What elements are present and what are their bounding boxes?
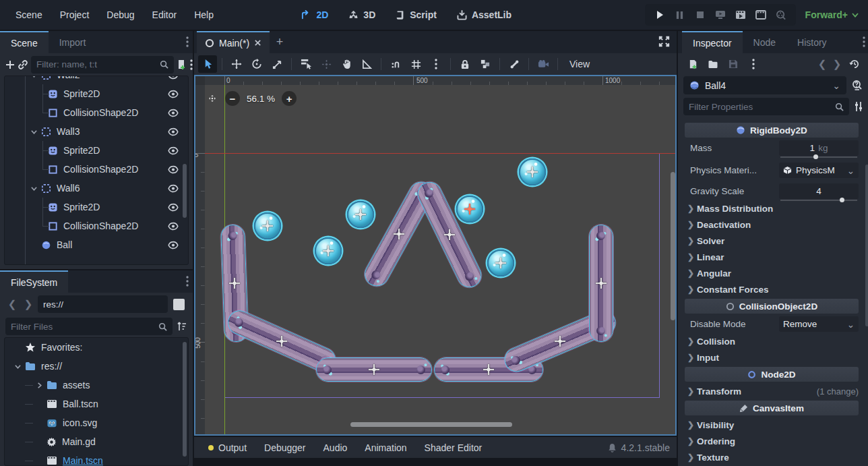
canvas-vscrollbar[interactable] (671, 172, 675, 320)
tree-row-wall3[interactable]: Wall3 (5, 122, 188, 141)
group-input[interactable]: ❯Input (685, 349, 859, 366)
group-ordering[interactable]: ❯Ordering (685, 433, 859, 449)
lock-button[interactable] (456, 55, 474, 73)
node-selector[interactable]: Ball4 ⌄ (683, 76, 846, 94)
pivot-tool-button[interactable] (317, 55, 336, 73)
play-custom-scene-button[interactable] (751, 6, 770, 24)
fs-row-main-gd[interactable]: Main.gd (5, 432, 188, 451)
tree-row-sprite2d[interactable]: Sprite2D (5, 84, 188, 103)
save-button[interactable] (724, 55, 743, 73)
scene-tree-menu-icon[interactable] (190, 56, 193, 74)
visibility-eye-icon[interactable] (168, 76, 179, 80)
load-resource-button[interactable] (704, 55, 722, 73)
tree-row-wall6[interactable]: Wall6 (5, 179, 188, 198)
collapse-arrow-icon[interactable] (30, 128, 37, 135)
tab-history[interactable]: History (786, 31, 838, 53)
tab-audio[interactable]: Audio (316, 437, 355, 458)
menu-editor[interactable]: Editor (144, 7, 186, 23)
notification-bell-icon[interactable] (608, 443, 617, 453)
tab-script[interactable]: Script (388, 6, 445, 24)
expand-arrow-icon[interactable] (36, 382, 42, 388)
visibility-eye-icon[interactable] (168, 127, 179, 136)
group-visibility[interactable]: ❯Visibility (685, 417, 859, 433)
fs-row-favorites[interactable]: Favorites: (5, 338, 188, 357)
skeleton-bone-button[interactable] (505, 55, 524, 73)
group-collision[interactable]: ❯Collision (685, 333, 859, 349)
visibility-eye-icon[interactable] (168, 165, 179, 174)
collapse-arrow-icon[interactable] (14, 363, 21, 370)
tree-row-wall-partial[interactable]: Wall2 (5, 76, 188, 84)
tab-animation[interactable]: Animation (357, 437, 414, 458)
tab-2d[interactable]: 2D (293, 6, 336, 24)
scale-tool-button[interactable] (268, 55, 286, 73)
gravity-scale-value-field[interactable]: 4 (779, 183, 859, 199)
position-gizmo-icon[interactable] (228, 277, 241, 289)
visibility-eye-icon[interactable] (168, 241, 179, 250)
position-gizmo-icon[interactable] (443, 229, 456, 241)
visibility-eye-icon[interactable] (168, 109, 179, 117)
rotate-tool-button[interactable] (247, 55, 266, 73)
tab-node[interactable]: Node (743, 31, 786, 53)
position-gizmo-icon[interactable] (526, 166, 538, 178)
stop-button[interactable] (691, 6, 710, 24)
tab-inspector[interactable]: Inspector (682, 31, 743, 53)
list-select-tool-button[interactable] (297, 55, 315, 73)
play-button[interactable] (650, 6, 669, 24)
move-tool-button[interactable] (227, 55, 246, 73)
menu-debug[interactable]: Debug (98, 7, 143, 23)
sort-icon[interactable] (177, 321, 187, 332)
tree-row-sprite2d[interactable]: Sprite2D (5, 198, 188, 216)
group-solver[interactable]: ❯Solver (685, 233, 859, 249)
tab-scene-dock[interactable]: Scene (0, 31, 49, 53)
position-gizmo-icon[interactable] (261, 220, 274, 232)
mass-value-field[interactable]: 1 kg (779, 140, 859, 156)
group-mass-distribution[interactable]: ❯Mass Distribution (685, 200, 859, 216)
camera-override-button[interactable] (534, 55, 553, 73)
instance-scene-button[interactable] (18, 56, 28, 74)
property-tools-icon[interactable] (853, 101, 864, 112)
position-gizmo-icon[interactable] (495, 257, 507, 269)
grid-snap-button[interactable] (406, 55, 425, 73)
visibility-eye-icon[interactable] (168, 184, 179, 193)
filesystem-scrollbar[interactable] (183, 342, 187, 457)
group-linear[interactable]: ❯Linear (685, 249, 859, 265)
collapse-arrow-icon[interactable] (30, 185, 37, 192)
nav-forward-icon[interactable]: ❯ (22, 296, 35, 312)
group-constant-forces[interactable]: ❯Constant Forces (685, 281, 859, 297)
expand-viewport-icon[interactable] (658, 36, 670, 47)
physics-material-resource[interactable]: PhysicsM ⌄ (779, 163, 859, 178)
gravity-slider-grabber[interactable] (840, 198, 844, 202)
path-input[interactable] (43, 299, 162, 310)
pause-button[interactable] (671, 6, 689, 24)
mass-slider-grabber[interactable] (813, 154, 818, 159)
visibility-eye-icon[interactable] (168, 90, 179, 98)
movie-maker-icon[interactable] (772, 6, 790, 24)
tab-3d[interactable]: 3D (340, 6, 383, 24)
tree-row-collisionshape2d[interactable]: CollisionShape2D (5, 103, 188, 122)
nav-back-icon[interactable]: ❮ (5, 296, 19, 312)
snap-options-menu-icon[interactable] (427, 55, 445, 73)
inspector-scrollbar[interactable] (865, 165, 868, 326)
tab-debugger[interactable]: Debugger (257, 437, 313, 458)
menu-project[interactable]: Project (51, 7, 98, 23)
scene-filter-input[interactable] (36, 59, 156, 69)
position-gizmo-selected-icon[interactable] (464, 203, 476, 215)
dock-menu-icon[interactable] (186, 36, 189, 47)
position-gizmo-icon[interactable] (595, 277, 607, 289)
position-gizmo-icon[interactable] (276, 335, 288, 347)
play-scene-button[interactable] (731, 6, 750, 24)
dock-menu-icon[interactable] (863, 36, 865, 47)
group-deactivation[interactable]: ❯Deactivation (685, 216, 859, 233)
fs-row-main-tscn[interactable]: Main.tscn (5, 451, 188, 466)
position-gizmo-icon[interactable] (322, 245, 334, 257)
disable-mode-dropdown[interactable]: Remove ⌄ (779, 316, 859, 332)
new-resource-button[interactable] (683, 55, 702, 73)
filesystem-filter-input[interactable] (11, 322, 154, 332)
zoom-in-button[interactable]: + (282, 91, 297, 106)
position-gizmo-icon[interactable] (368, 363, 380, 376)
add-node-button[interactable] (5, 56, 15, 74)
close-icon[interactable] (254, 39, 261, 47)
fs-row-icon-svg[interactable]: icon.svg (5, 413, 188, 432)
zoom-level[interactable]: 56.1 % (247, 94, 275, 104)
inspector-filter-input[interactable] (689, 102, 831, 112)
